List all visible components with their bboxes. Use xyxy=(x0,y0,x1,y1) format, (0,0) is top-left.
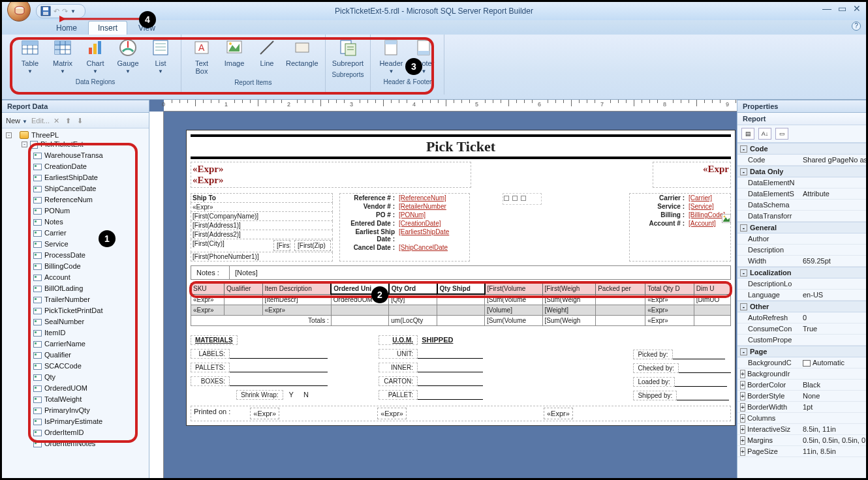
table-cell[interactable]: [DimUO xyxy=(694,294,730,305)
detail-table[interactable]: SKUQualifierItem DescriptionOrdered UniQ… xyxy=(191,282,731,326)
property-value[interactable] xyxy=(800,245,866,255)
table-header[interactable]: Qualifier xyxy=(225,283,262,294)
boxes-label[interactable]: BOXES: xyxy=(191,376,230,386)
expand-icon[interactable]: + xyxy=(740,381,745,389)
table-header[interactable]: Total Qty D xyxy=(645,283,694,294)
field-node[interactable]: ProcessDate xyxy=(6,250,147,261)
expr-textbox[interactable]: «Expr» xyxy=(377,408,407,419)
field-node[interactable]: BillOfLading xyxy=(6,283,147,294)
property-value[interactable]: Black xyxy=(800,380,866,390)
pair-value[interactable]: [BillingCode] xyxy=(687,211,726,219)
field-node[interactable]: WarehouseTransa xyxy=(6,150,147,161)
rectangle-btn[interactable]: Rectangle xyxy=(286,37,318,67)
property-value[interactable]: en-US xyxy=(800,290,866,300)
help-button[interactable]: ? xyxy=(852,22,861,31)
shippedby-label[interactable]: Shipped by: xyxy=(633,391,677,400)
expand-icon[interactable]: + xyxy=(740,370,745,378)
property-value[interactable]: Shared gPageNo as xyxy=(800,155,866,165)
expand-icon[interactable]: - xyxy=(740,224,747,232)
field-phone[interactable]: [First(PhoneNumber1)] xyxy=(191,252,333,262)
subreport-btn[interactable]: Subreport xyxy=(332,37,364,67)
image-btn[interactable]: Image xyxy=(221,37,248,67)
minimize-button[interactable]: — xyxy=(822,3,831,14)
field-node[interactable]: SCACCode xyxy=(6,361,147,372)
printedon-label[interactable]: Printed on : xyxy=(194,408,230,419)
property-value[interactable]: 659.25pt xyxy=(800,256,866,266)
table-header[interactable]: Qty Ord xyxy=(389,283,437,294)
report-page[interactable]: Pick Ticket «Expr» «Expr» «Expr Ship To … xyxy=(186,130,736,426)
table-cell[interactable]: «Expr» xyxy=(645,305,694,316)
table-cell[interactable] xyxy=(437,316,485,326)
totals-label[interactable]: Totals : xyxy=(191,316,332,326)
pair-value[interactable]: [Carrier] xyxy=(687,194,713,202)
property-category[interactable]: Code xyxy=(750,145,768,153)
shipto-label[interactable]: Ship To xyxy=(191,193,333,203)
table-cell[interactable]: [Weight] xyxy=(542,305,596,316)
property-category[interactable]: Localization xyxy=(750,269,792,277)
property-value[interactable] xyxy=(800,211,866,221)
header-btn[interactable]: Header▼ xyxy=(377,37,405,74)
move-up-icon[interactable]: ⬆ xyxy=(65,117,73,125)
property-value[interactable] xyxy=(800,278,866,289)
undo-icon[interactable]: ↶ xyxy=(54,7,59,16)
field-node[interactable]: Carrier xyxy=(6,228,147,239)
expand-icon[interactable]: - xyxy=(740,269,747,277)
expr-textbox[interactable]: «Expr» xyxy=(544,408,573,419)
property-value[interactable]: True xyxy=(800,323,866,334)
uom-header[interactable]: U.O.M. xyxy=(379,335,418,345)
pair-label[interactable]: Service : xyxy=(630,202,687,211)
field-address1[interactable]: [First(Address1)] xyxy=(191,221,333,230)
expand-icon[interactable]: + xyxy=(740,392,745,400)
field-node[interactable]: Account xyxy=(6,272,147,283)
field-node[interactable]: ReferenceNum xyxy=(6,194,147,205)
property-value[interactable]: Attribute xyxy=(800,188,866,199)
table-cell[interactable]: [Sum(Weigh xyxy=(542,294,596,305)
n-label[interactable]: N xyxy=(303,391,309,398)
pair-value[interactable]: [PONum] xyxy=(397,211,427,219)
materials-header[interactable]: MATERIALS xyxy=(191,335,238,345)
expand-icon[interactable]: + xyxy=(740,436,745,445)
pair-value[interactable]: [RetailerNumber xyxy=(397,202,448,211)
reference-block[interactable]: Reference # :[ReferenceNum]Vendor # :[Re… xyxy=(339,193,470,262)
properties-object[interactable]: Report xyxy=(737,113,866,125)
property-value[interactable]: 0 xyxy=(800,312,866,323)
field-node[interactable]: ItemID xyxy=(6,327,147,338)
table-cell[interactable] xyxy=(694,305,730,316)
line-btn[interactable]: Line xyxy=(253,37,281,67)
field-node[interactable]: Qty xyxy=(6,372,147,383)
property-value[interactable]: 0.5in, 0.5in, 0.5in, 0. xyxy=(800,435,866,445)
delete-icon[interactable]: ✕ xyxy=(54,117,61,125)
pair-value[interactable]: [ShipCancelDate xyxy=(397,243,449,252)
pair-label[interactable]: PO # : xyxy=(340,211,397,219)
datasource-node[interactable]: ThreePL xyxy=(31,131,59,139)
field-node[interactable]: SealNumber xyxy=(6,316,147,327)
expand-icon[interactable]: + xyxy=(740,425,745,434)
expr-textbox[interactable]: «Expr» xyxy=(250,408,279,419)
textbox-btn[interactable]: ATextBox xyxy=(188,37,215,75)
property-value[interactable] xyxy=(800,177,866,188)
table-cell[interactable] xyxy=(596,305,645,316)
field-node[interactable]: OrderItemNotes xyxy=(6,438,147,449)
pair-value[interactable]: [CreationDate] xyxy=(397,219,442,228)
table-header[interactable]: Dim U xyxy=(694,283,730,294)
pallet-label[interactable]: PALLET: xyxy=(379,390,418,400)
pair-value[interactable]: [ReferenceNum] xyxy=(397,194,448,202)
pair-label[interactable]: Carrier : xyxy=(630,194,687,202)
pair-label[interactable]: Entered Date : xyxy=(340,219,397,228)
field-node[interactable]: Qualifier xyxy=(6,350,147,361)
field-node[interactable]: PickTicketPrintDat xyxy=(6,305,147,316)
table-btn[interactable]: Table▼ xyxy=(16,37,44,74)
table-cell[interactable]: [Sum(Volume xyxy=(485,316,543,326)
property-value[interactable]: 11in, 8.5in xyxy=(800,446,866,457)
field-node[interactable]: TrailerNumber xyxy=(6,294,147,305)
table-cell[interactable]: [Sum(Volume xyxy=(485,294,543,305)
field-node[interactable]: ShipCancelDate xyxy=(6,183,147,194)
field-node[interactable]: Notes xyxy=(6,217,147,228)
expand-icon[interactable]: - xyxy=(22,142,27,147)
property-value[interactable] xyxy=(800,233,866,244)
shipto-block[interactable]: Ship To «Expr» [First(CompanyName)] [Fir… xyxy=(191,193,333,262)
loadedby-label[interactable]: Loaded by: xyxy=(633,377,675,387)
field-node[interactable]: Service xyxy=(6,239,147,250)
field-node[interactable]: PONum xyxy=(6,205,147,217)
table-cell[interactable] xyxy=(331,305,388,316)
